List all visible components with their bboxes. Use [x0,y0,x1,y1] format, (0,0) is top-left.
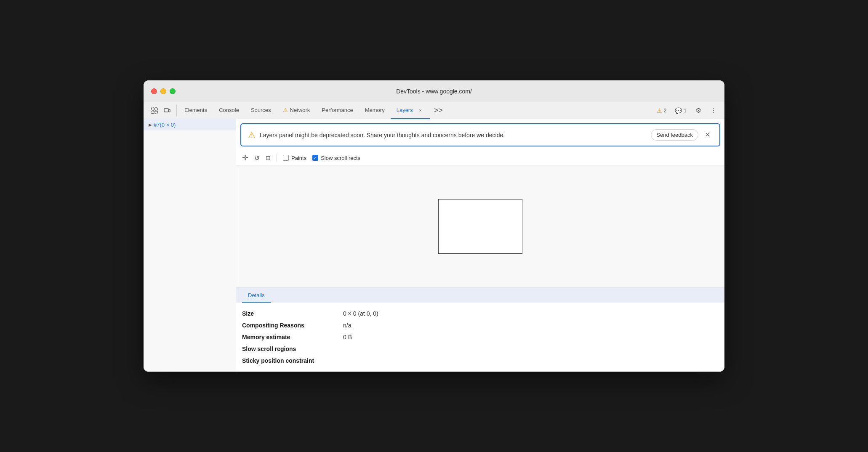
devtools-icons [145,105,177,117]
tab-network[interactable]: ⚠ Network [277,102,316,119]
maximize-button[interactable] [170,88,176,94]
banner-text: Layers panel might be deprecated soon. S… [260,132,647,138]
send-feedback-button[interactable]: Send feedback [651,129,698,141]
inspect-icon[interactable] [149,105,160,117]
table-row: Memory estimate 0 B [242,331,719,343]
svg-rect-2 [152,111,154,114]
sidebar: ▶ #7(0 × 0) [144,119,236,372]
table-row: Size 0 × 0 (at 0, 0) [242,308,719,319]
tab-sources[interactable]: Sources [245,102,277,119]
size-label: Size [242,310,335,317]
slow-scroll-rects-checkbox-label[interactable]: ✓ Slow scroll rects [312,155,360,161]
tab-console[interactable]: Console [213,102,245,119]
tree-arrow-icon: ▶ [149,122,152,127]
more-options-icon[interactable]: ⋮ [708,105,719,117]
svg-rect-3 [155,111,157,114]
size-value: 0 × 0 (at 0, 0) [343,310,378,317]
tab-elements[interactable]: Elements [178,102,213,119]
sticky-constraint-label: Sticky position constraint [242,357,335,364]
scroll-regions-label: Slow scroll regions [242,346,335,352]
tab-bar: Elements Console Sources ⚠ Network Perfo… [144,102,724,119]
memory-label: Memory estimate [242,334,335,340]
details-panel: Details Size 0 × 0 (at 0, 0) Compositing… [236,288,724,372]
window-title: DevTools - www.google.com/ [396,88,472,95]
svg-rect-5 [169,109,170,112]
network-warning-icon: ⚠ [283,107,288,113]
close-button[interactable] [151,88,157,94]
layer-rectangle [438,199,522,254]
settings-icon[interactable]: ⚙ [692,105,704,117]
comment-icon: 💬 [675,107,682,114]
table-row: Compositing Reasons n/a [242,319,719,331]
comments-badge[interactable]: 💬 1 [672,106,689,116]
title-bar: DevTools - www.google.com/ [144,80,724,102]
tab-layers[interactable]: Layers × [391,102,430,119]
pan-icon[interactable]: ✛ [242,153,248,162]
svg-rect-1 [155,108,157,110]
rotate-icon[interactable]: ↺ [254,154,260,162]
right-panel: ⚠ Layers panel might be deprecated soon.… [236,119,724,372]
paints-checkbox[interactable] [283,155,289,161]
device-toolbar-icon[interactable] [161,105,173,117]
sidebar-item-layer[interactable]: ▶ #7(0 × 0) [144,119,236,130]
memory-value: 0 B [343,334,352,340]
compositing-value: n/a [343,322,351,329]
tab-bar-right: ⚠ 2 💬 1 ⚙ ⋮ [654,105,723,117]
table-row: Slow scroll regions [242,343,719,355]
svg-rect-0 [152,108,154,110]
main-content: ▶ #7(0 × 0) ⚠ Layers panel might be depr… [144,119,724,372]
minimize-button[interactable] [160,88,166,94]
svg-rect-4 [164,109,168,112]
slow-scroll-rects-checkbox[interactable]: ✓ [312,155,318,161]
banner-close-button[interactable]: × [703,130,713,140]
layers-canvas[interactable] [236,165,724,288]
warnings-badge[interactable]: ⚠ 2 [654,106,669,116]
tab-memory[interactable]: Memory [359,102,391,119]
details-header-label: Details [248,292,265,302]
compositing-label: Compositing Reasons [242,322,335,329]
details-header: Details [242,288,271,303]
table-row: Sticky position constraint [242,355,719,367]
reset-transform-icon[interactable]: ⊡ [266,154,271,161]
banner-warning-icon: ⚠ [248,130,256,140]
details-table: Size 0 × 0 (at 0, 0) Compositing Reasons… [236,303,724,372]
tab-layers-close[interactable]: × [417,107,424,114]
devtools-window: DevTools - www.google.com/ Elements [144,80,724,372]
deprecation-banner: ⚠ Layers panel might be deprecated soon.… [240,123,720,146]
traffic-lights [151,88,176,94]
paints-checkbox-label[interactable]: Paints [283,155,306,161]
tab-performance[interactable]: Performance [316,102,359,119]
layers-toolbar: ✛ ↺ ⊡ Paints ✓ Slow scroll rects [236,151,724,165]
toolbar-separator [277,154,277,162]
warning-icon: ⚠ [657,107,662,114]
tab-overflow-button[interactable]: >> [430,102,447,119]
